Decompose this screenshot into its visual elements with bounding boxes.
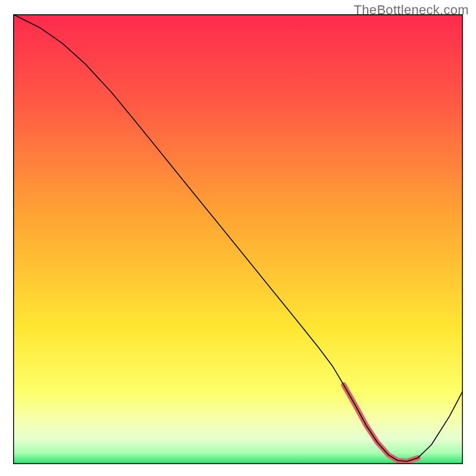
bottleneck-chart bbox=[13, 14, 463, 464]
chart-container: TheBottleneck.com bbox=[0, 0, 476, 476]
watermark-text: TheBottleneck.com bbox=[354, 2, 469, 18]
plot-area bbox=[13, 14, 463, 464]
gradient-background bbox=[13, 14, 463, 464]
